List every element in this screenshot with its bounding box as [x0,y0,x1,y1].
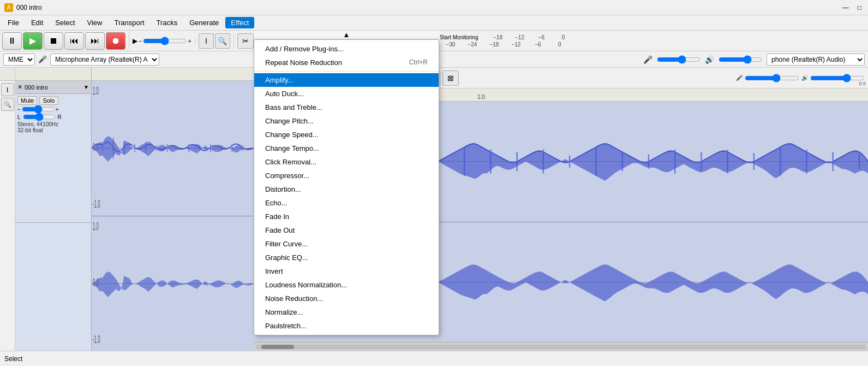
effect-filter-curve[interactable]: Filter Curve... [254,237,439,251]
title-bar-left: A 000 intro [4,3,42,12]
input-device-select[interactable]: Microphone Array (Realtek(R) Au [50,54,159,66]
output-device-select[interactable]: phone (Realtek(R) Audio) [767,54,865,66]
effect-fade-in[interactable]: Fade In [254,210,439,223]
effect-change-pitch[interactable]: Change Pitch... [254,114,439,128]
track-close[interactable]: ✕ [17,84,22,91]
effect-repeat-shortcut: Ctrl+R [409,58,428,67]
mic-icon-right: 🎤 [736,75,743,81]
cursor-tool[interactable]: I [199,33,214,49]
tick-m18: −18 [487,34,508,40]
selection-tool[interactable]: I [1,83,14,96]
menu-select[interactable]: Select [50,17,80,28]
pause-button[interactable]: ⏸ [2,32,22,50]
effect-fade-out[interactable]: Fade Out [254,223,439,237]
record-meter-row: −30 −24 −18 −12 −6 0 [440,42,866,48]
mic-icon: 🎤 [38,55,47,63]
effect-echo-label: Echo... [265,199,287,207]
solo-button[interactable]: Solo [39,96,58,105]
effect-distortion[interactable]: Distortion... [254,182,439,196]
effect-paulstretch[interactable]: Paulstretch... [254,319,439,333]
menu-transport[interactable]: Transport [109,17,149,28]
transport-section: ⏸ ▶ ⏹ ⏮ ⏭ ⏺ [2,32,129,50]
menu-effect[interactable]: Effect [225,17,254,28]
cut-button[interactable]: ✂ [237,33,254,49]
minimize-button[interactable]: — [840,4,851,11]
effect-fade-out-label: Fade Out [265,226,295,234]
effect-auto-duck[interactable]: Auto Duck... [254,87,439,101]
mic-level-slider[interactable] [657,56,701,63]
menu-file[interactable]: File [2,17,25,28]
effect-change-tempo-label: Change Tempo... [265,144,319,152]
track-control-top: Mute Solo − + L [15,94,91,223]
effect-graphic-eq[interactable]: Graphic EQ... [254,251,439,264]
menu-edit[interactable]: Edit [26,17,49,28]
gain-slider[interactable] [22,106,55,113]
effect-echo[interactable]: Echo... [254,196,439,210]
play-level-slider[interactable] [810,74,865,82]
effect-change-tempo[interactable]: Change Tempo... [254,141,439,155]
effect-compressor[interactable]: Compressor... [254,169,439,182]
effect-change-speed[interactable]: Change Speed... [254,128,439,141]
scrollbar-thumb[interactable] [261,345,294,349]
effect-graphic-eq-label: Graphic EQ... [265,253,308,262]
skip-start-button[interactable]: ⏮ [64,32,84,50]
speed-play-icon: ▶ [133,37,137,45]
maximize-button[interactable]: □ [855,4,864,11]
effect-add-remove-plugins[interactable]: Add / Remove Plug-ins... [254,42,439,56]
effect-click-removal[interactable]: Click Removal... [254,155,439,169]
effect-amplify[interactable]: Amplify... [254,73,439,87]
left-wf-channel-1[interactable]: 1.0 0.0 -1.0 [92,81,254,216]
scroll-up-button[interactable]: ▲ [254,31,439,39]
h-scrollbar[interactable] [254,342,868,351]
effect-auto-duck-label: Auto Duck... [265,90,304,98]
magnify-tool[interactable]: 🔍 [1,98,14,111]
speed-slider[interactable] [143,37,187,45]
left-waveform-ruler [92,68,254,81]
effect-paulstretch-label: Paulstretch... [265,322,307,330]
play-button[interactable]: ▶ [23,32,43,50]
track-controls-area: ✕ 000 intro ▼ Mute Solo [15,81,92,351]
effect-noise-reduction-label: Noise Reduction... [265,294,323,303]
left-wf-channel-2[interactable]: 1.0 0.0 -1.0 [92,216,254,351]
record-button[interactable]: ⏺ [106,32,125,50]
effect-distortion-label: Distortion... [265,185,301,193]
effect-bass-treble-label: Bass and Treble... [265,103,322,111]
effect-click-removal-label: Click Removal... [265,158,316,166]
effect-amplify-label: Amplify... [265,76,294,84]
skip-end-button[interactable]: ⏭ [85,32,105,50]
mute-button[interactable]: Mute [17,96,37,105]
effect-noise-reduction[interactable]: Noise Reduction... [254,292,439,305]
effect-fade-in-label: Fade In [265,212,289,221]
tick-rm30: −30 [440,42,462,48]
playback-level-slider[interactable] [719,56,762,63]
dropdown-divider-1 [254,71,439,72]
effect-normalize[interactable]: Normalize... [254,305,439,319]
menu-tracks[interactable]: Tracks [151,17,183,28]
menu-generate[interactable]: Generate [184,17,224,28]
effect-invert[interactable]: Invert [254,264,439,278]
right-zoom-sel-btn[interactable]: ⊠ [442,70,459,86]
zoom-tool[interactable]: 🔍 [215,33,230,49]
effect-bass-treble[interactable]: Bass and Treble... [254,101,439,114]
track-info: Stereo, 44100Hz 32-bit float [17,121,89,133]
window-title: 000 intro [16,4,42,11]
effect-add-remove-label: Add / Remove Plug-ins... [265,45,344,53]
gain-row: − + [17,106,89,113]
tick-m6: −6 [530,34,552,40]
effect-filter-curve-label: Filter Curve... [265,240,308,248]
spk-icon-right: 🔊 [801,75,808,81]
speed-section: ▶ − + [133,37,195,45]
effect-repeat-noise[interactable]: Repeat Noise Reduction Ctrl+R [254,56,439,69]
status-tool: Select [4,355,22,363]
pan-slider[interactable] [23,114,56,120]
effect-loudness-norm[interactable]: Loudness Normalization... [254,278,439,292]
mic-level-icon: 🎤 [643,55,653,64]
gain-plus: + [56,107,59,113]
scrollbar-track[interactable] [256,345,866,349]
track-dropdown[interactable]: ▼ [83,84,89,90]
menu-view[interactable]: View [82,17,108,28]
stop-button[interactable]: ⏹ [44,32,63,50]
host-select[interactable]: MME [3,54,35,66]
rec-level-slider[interactable] [745,74,799,82]
effect-repeat-noise-label: Repeat Noise Reduction [265,58,342,67]
